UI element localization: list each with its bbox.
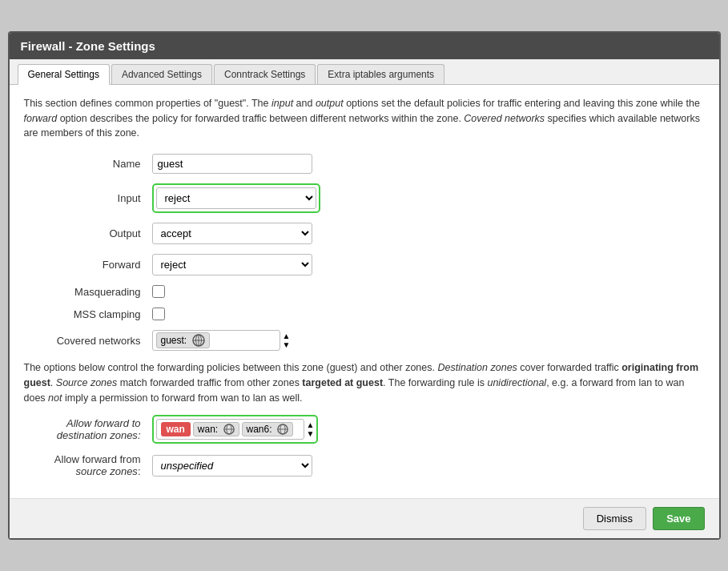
dest-spinner-up-icon[interactable]: ▲ (307, 421, 315, 429)
source-zones-select[interactable]: unspecified (152, 455, 312, 477)
masquerading-row: Masquerading (24, 285, 705, 298)
masquerading-label: Masquerading (24, 286, 152, 298)
wan-iface-tag: wan: (193, 422, 239, 436)
name-row: Name (24, 154, 705, 174)
covered-networks-widget[interactable]: guest: (152, 330, 280, 351)
dest-spinner-down-icon[interactable]: ▼ (307, 430, 315, 438)
wan-globe-icon (223, 424, 235, 435)
content-area: This section defines common properties o… (10, 85, 719, 499)
dismiss-button[interactable]: Dismiss (583, 507, 647, 530)
forward-row: Forward reject accept drop (24, 254, 705, 275)
input-select[interactable]: reject accept drop (156, 187, 316, 209)
tabs-bar: General Settings Advanced Settings Connt… (10, 59, 719, 85)
zone-description: This section defines common properties o… (24, 96, 705, 141)
guest-network-tag: guest: (156, 332, 210, 348)
name-input[interactable] (152, 154, 312, 174)
spinner-up-icon[interactable]: ▲ (283, 332, 291, 340)
masquerading-checkbox[interactable] (152, 285, 165, 298)
output-label: Output (24, 227, 152, 239)
tab-advanced-settings[interactable]: Advanced Settings (111, 64, 212, 84)
tab-general-settings[interactable]: General Settings (18, 64, 110, 85)
spinner-down-icon[interactable]: ▼ (283, 341, 291, 349)
forwarding-description: The options below control the forwarding… (24, 360, 705, 405)
output-select[interactable]: accept reject drop (152, 223, 312, 244)
tab-conntrack-settings[interactable]: Conntrack Settings (214, 64, 316, 84)
source-zones-label: Allow forward from source zones: (24, 453, 152, 477)
input-highlight-wrapper: reject accept drop (152, 183, 320, 213)
destination-zones-row: Allow forward to destination zones: wan … (24, 415, 705, 444)
forward-label: Forward (24, 259, 152, 271)
mss-clamping-label: MSS clamping (24, 308, 152, 320)
destination-zones-widget[interactable]: wan wan: wan6: (156, 419, 304, 440)
destination-zones-label: Allow forward to destination zones: (24, 417, 152, 441)
covered-networks-spinner[interactable]: ▲ ▼ (283, 332, 291, 349)
forward-select[interactable]: reject accept drop (152, 254, 312, 275)
source-zones-row: Allow forward from source zones: unspeci… (24, 453, 705, 477)
tab-extra-iptables[interactable]: Extra iptables arguments (317, 64, 444, 84)
destination-zones-highlight: wan wan: wan6: (152, 415, 319, 444)
save-button[interactable]: Save (653, 507, 704, 530)
mss-clamping-row: MSS clamping (24, 308, 705, 320)
output-row: Output accept reject drop (24, 223, 705, 244)
wan-zone-tag: wan (161, 422, 191, 436)
destination-zones-spinner[interactable]: ▲ ▼ (307, 421, 315, 438)
wan6-globe-icon (277, 424, 288, 435)
globe-icon (192, 334, 205, 347)
dialog-footer: Dismiss Save (10, 498, 719, 538)
firewall-zone-settings-dialog: Firewall - Zone Settings General Setting… (8, 31, 721, 541)
covered-networks-label: Covered networks (24, 335, 152, 347)
name-label: Name (24, 158, 152, 170)
wan6-iface-tag: wan6: (242, 422, 293, 436)
mss-clamping-checkbox[interactable] (152, 308, 165, 320)
input-row: Input reject accept drop (24, 183, 705, 213)
input-label: Input (24, 192, 152, 204)
covered-networks-row: Covered networks guest: (24, 330, 705, 351)
dialog-title: Firewall - Zone Settings (10, 33, 719, 59)
